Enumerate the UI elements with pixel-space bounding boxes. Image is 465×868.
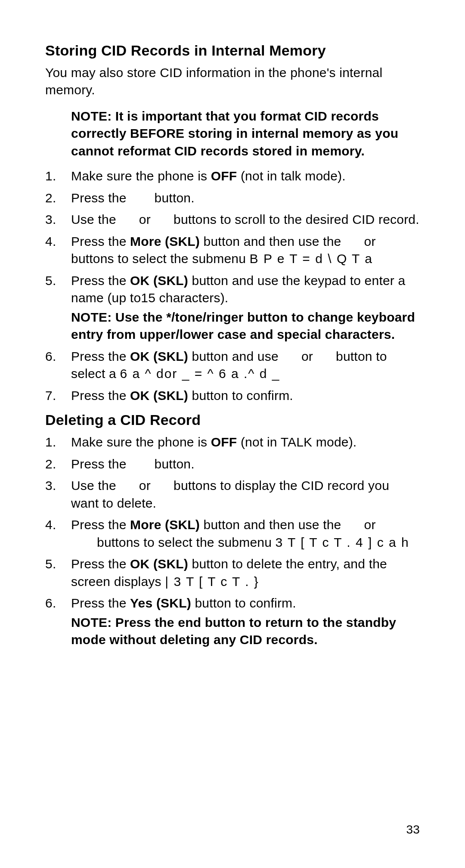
note-end-button: NOTE: Press the end button to return to … [71,614,420,649]
step-text: button and use [188,349,282,363]
note-tone-ringer: NOTE: Use the */tone/ringer button to ch… [71,309,420,344]
list-item: Make sure the phone is OFF (not in talk … [45,167,420,185]
step-bold: OFF [211,169,237,183]
step-text: Make sure the phone is [71,435,211,449]
list-item: Make sure the phone is OFF (not in TALK … [45,434,420,451]
heading-deleting-cid: Deleting a CID Record [45,410,420,430]
step-bold: OK (SKL) [130,388,188,403]
step-text: Press the [71,273,130,288]
list-item: Press the OK (SKL) button to delete the … [45,555,420,590]
step-text: Press the [71,388,130,403]
step-text: button and then use the [200,234,345,248]
screen-text: | 3 T [ T c T . } [165,574,259,589]
list-item: Press the Yes (SKL) button to confirm. N… [45,595,420,649]
manual-page: Storing CID Records in Internal Memory Y… [0,0,465,868]
step-text: buttons to select the submenu [71,535,276,549]
step-bold: OK (SKL) [130,557,188,571]
step-text: Press the [71,191,130,205]
step-bold: More (SKL) [130,234,200,248]
step-text: button to confirm. [188,388,293,403]
step-bold: OFF [211,435,237,449]
step-text: or [135,478,154,493]
step-bold: OK (SKL) [130,273,188,288]
list-item: Press the More (SKL) button and then use… [45,516,420,551]
list-item: Use the or buttons to display the CID re… [45,477,420,512]
submenu-code: 3 T [ T c T . 4 ] c a h [276,535,409,549]
step-bold: More (SKL) [130,518,200,532]
step-text: (not in TALK mode). [237,435,356,449]
submenu-code: B P e T = d \ Q T a [250,251,373,266]
step-text: Press the [71,557,130,571]
steps-deleting-cid: Make sure the phone is OFF (not in TALK … [45,434,420,649]
note-format-before-store: NOTE: It is important that you format CI… [45,108,420,160]
step-text: or [360,234,379,248]
list-item: Press the OK (SKL) button and use the ke… [45,272,420,344]
step-text: or [135,212,154,226]
page-number: 33 [406,822,420,838]
step-text: buttons to select the submenu [71,251,250,266]
step-text: Press the [71,234,130,248]
intro-storing-cid: You may also store CID information in th… [45,64,420,99]
step-text: button. [151,191,195,205]
step-text: Press the [71,457,130,471]
step-text: button to confirm. [191,596,296,610]
list-item: Press the button. [45,456,420,473]
step-text: Make sure the phone is [71,169,211,183]
list-item: Press the OK (SKL) button to confirm. [45,387,420,405]
submenu-code: 6 a ^ dor _ = ^ 6 a .^ d _ [120,366,280,381]
list-item: Use the or buttons to scroll to the desi… [45,211,420,229]
step-text: (not in talk mode). [237,169,345,183]
step-text: or [298,349,316,363]
step-text: Press the [71,596,130,610]
list-item: Press the More (SKL) button and then use… [45,233,420,268]
step-text: Press the [71,349,130,363]
step-text: buttons to scroll to the desired CID rec… [170,212,419,226]
step-bold: Yes (SKL) [130,596,191,610]
step-text: Press the [71,518,130,532]
steps-storing-cid: Make sure the phone is OFF (not in talk … [45,167,420,404]
step-bold: OK (SKL) [130,349,188,363]
list-item: Press the button. [45,189,420,207]
list-item: Press the OK (SKL) button and use or but… [45,348,420,383]
step-text: Use the [71,212,120,226]
step-text: or [360,518,379,532]
step-text: button and then use the [200,518,345,532]
heading-storing-cid: Storing CID Records in Internal Memory [45,41,420,61]
step-text: Use the [71,478,120,493]
step-text: button. [151,457,195,471]
